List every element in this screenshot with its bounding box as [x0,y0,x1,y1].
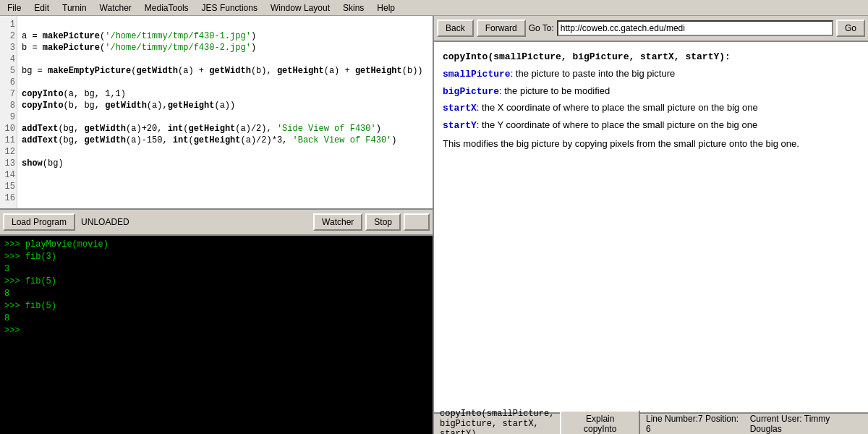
watcher-button[interactable]: Watcher [313,213,362,231]
doc-param2-desc: : the picture to be modified [499,85,610,96]
doc-function-name: copyInto(smallPicture, bigPicture, start… [443,51,731,62]
console-line: >>> fib(5) [4,276,428,288]
doc-content: copyInto(smallPicture, bigPicture, start… [434,42,868,412]
toolbar-right: Watcher Stop [313,213,430,231]
doc-param1-desc: : the picture to paste into the big pict… [511,68,676,79]
toolbar: Load Program UNLOADED Watcher Stop [0,210,433,236]
doc-param4-desc: : the Y coordinate of where to place the… [477,119,757,130]
line-info: Line Number:7 Position: 6 [646,414,744,434]
code-editor[interactable]: 1 2 3 4 5 6 7 8 9 10 11 12 13 14 15 16 a… [0,16,433,210]
main-container: 1 2 3 4 5 6 7 8 9 10 11 12 13 14 15 16 a… [0,16,868,434]
menu-watcher[interactable]: Watcher [95,1,136,14]
menu-turnin[interactable]: Turnin [58,1,91,14]
menu-jes-functions[interactable]: JES Functions [197,1,262,14]
extra-button[interactable] [404,213,430,231]
menu-help[interactable]: Help [373,1,399,14]
right-panel: Back Forward Go To: Go copyInto(smallPic… [434,16,868,434]
menu-skins[interactable]: Skins [339,1,368,14]
status-label: UNLOADED [81,217,129,227]
menu-file[interactable]: File [3,1,25,14]
left-panel: 1 2 3 4 5 6 7 8 9 10 11 12 13 14 15 16 a… [0,16,434,434]
status-text: copyInto(smallPicture, bigPicture, start… [440,409,554,434]
doc-param3-desc: : the X coordinate of where to place the… [477,102,758,113]
load-program-button[interactable]: Load Program [3,213,75,231]
user-info: Current User: Timmy Douglas [750,414,862,434]
console-line: >>> playMovie(movie) [4,239,428,251]
doc-description: This modifies the big picture by copying… [443,138,799,149]
doc-param3-label: startX [443,103,477,114]
explain-button[interactable]: Explain copyInto [560,410,640,434]
forward-button[interactable]: Forward [477,20,526,37]
menu-window-layout[interactable]: Window Layout [266,1,334,14]
back-button[interactable]: Back [437,20,474,37]
browser-bar: Back Forward Go To: Go [434,16,868,42]
stop-button[interactable]: Stop [365,213,401,231]
menu-mediatools[interactable]: MediaTools [140,1,193,14]
go-button[interactable]: Go [836,20,865,37]
go-to-label: Go To: [529,23,554,33]
console-line: >>> fib(3) [4,251,428,263]
doc-param1-label: smallPicture [443,69,511,80]
menubar: File Edit Turnin Watcher MediaTools JES … [0,0,868,16]
console-line: 3 [4,263,428,276]
console-line: 8 [4,312,428,325]
console[interactable]: >>> playMovie(movie) >>> fib(3) 3 >>> fi… [0,236,433,434]
console-line: 8 [4,288,428,300]
doc-param4-label: startY [443,120,477,131]
menu-edit[interactable]: Edit [30,1,54,14]
line-numbers: 1 2 3 4 5 6 7 8 9 10 11 12 13 14 15 16 [0,16,17,208]
code-content[interactable]: a = makePicture('/home/timmy/tmp/f430-1.… [17,16,433,208]
status-bar: copyInto(smallPicture, bigPicture, start… [434,412,868,434]
console-line: >>> [4,325,428,337]
console-line: >>> fib(5) [4,300,428,312]
doc-param2-label: bigPicture [443,86,499,97]
url-input[interactable] [557,20,833,36]
